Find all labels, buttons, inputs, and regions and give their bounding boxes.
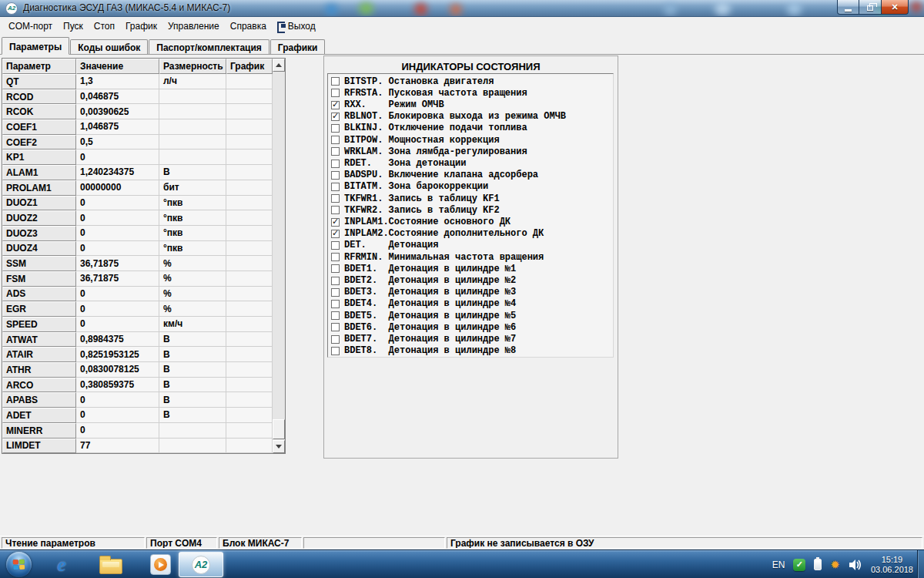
table-row[interactable]: ADET 0 В	[2, 408, 273, 423]
indicator-row[interactable]: DET. Детонация	[328, 240, 613, 251]
indicator-row[interactable]: BITATM. Зона барокоррекции	[328, 181, 613, 193]
indicator-row[interactable]: TKFWR1. Запись в таблицу KF1	[328, 193, 613, 204]
table-row[interactable]: COEF2 0,5	[2, 135, 273, 150]
checkbox[interactable]	[331, 241, 340, 250]
checkbox[interactable]	[331, 218, 340, 227]
table-row[interactable]: ATWAT 0,8984375 В	[2, 332, 273, 348]
minimize-button[interactable]	[837, 0, 859, 15]
app-icon[interactable]: A2	[5, 2, 18, 15]
taskbar-item-media-player[interactable]	[145, 553, 176, 576]
indicator-row[interactable]: BDET7. Детонация в цилиндре №7	[328, 333, 613, 344]
indicator-row[interactable]: BITSTP. Остановка двигателя	[328, 76, 613, 87]
table-row[interactable]: DUOZ2 0 °пкв	[2, 210, 273, 226]
table-row[interactable]: PROLAM1 00000000 бит	[2, 180, 273, 196]
taskbar-item-a2-app-active[interactable]: A2	[179, 552, 223, 577]
network-alert-icon[interactable]: ✹	[830, 559, 840, 570]
indicator-row[interactable]: BADSPU. Включение клапана адсорбера	[328, 170, 613, 181]
indicator-row[interactable]: WRKLAM. Зона лямбда-регулирования	[328, 146, 613, 157]
table-row[interactable]: ADS 0 %	[2, 287, 273, 302]
indicator-row[interactable]: BDET5. Детонация в цилиндре №5	[328, 310, 613, 321]
close-button[interactable]: ✕	[882, 0, 909, 15]
indicator-row[interactable]: BLKINJ. Отключение подачи топлива	[328, 123, 613, 134]
indicator-row[interactable]: RFRSTA. Пусковая частота вращения	[328, 87, 613, 99]
indicator-row[interactable]: BDET1. Детонация в цилиндре №1	[328, 263, 613, 274]
restore-button[interactable]	[859, 0, 882, 15]
grid-scrollbar[interactable]	[273, 59, 285, 453]
indicator-row[interactable]: BDET8. Детонация в цилиндре №8	[328, 345, 613, 357]
checkbox[interactable]	[331, 311, 340, 320]
table-row[interactable]: ATHR 0,0830078125 В	[2, 362, 273, 378]
table-row[interactable]: RCOK 0,00390625	[2, 104, 273, 119]
checkbox[interactable]	[331, 183, 340, 191]
start-button[interactable]	[6, 552, 32, 577]
tab[interactable]: Параметры	[2, 37, 69, 55]
menu-item[interactable]: Справка	[225, 18, 272, 34]
table-row[interactable]: SPEED 0 км/ч	[2, 317, 273, 332]
indicator-row[interactable]: RFRMIN. Минимальная частота вращения	[328, 251, 613, 263]
tab[interactable]: Графики	[270, 39, 326, 54]
table-row[interactable]: ARCO 0,380859375 В	[2, 378, 273, 393]
table-row[interactable]: SSM 36,71875 %	[2, 256, 273, 271]
column-header[interactable]: Значение	[76, 59, 159, 74]
scroll-thumb[interactable]	[273, 419, 285, 439]
indicator-row[interactable]: TKFWR2. Запись в таблицу KF2	[328, 204, 613, 216]
checkbox[interactable]	[331, 323, 340, 331]
indicator-row[interactable]: RXX. Режим ОМЧВ	[328, 99, 613, 110]
tab[interactable]: Паспорт/комплектация	[149, 39, 270, 54]
clock[interactable]: 15:19 03.06.2018	[871, 555, 913, 575]
table-row[interactable]: ALAM1 1,240234375 В	[2, 165, 273, 180]
table-row[interactable]: QT 1,3 л/ч	[2, 74, 273, 89]
tab[interactable]: Коды ошибок	[70, 39, 148, 54]
menu-item[interactable]: Стоп	[89, 18, 120, 34]
checkbox[interactable]	[331, 101, 340, 109]
checkbox[interactable]	[331, 136, 340, 144]
checkbox[interactable]	[331, 253, 340, 261]
checkbox[interactable]	[331, 147, 340, 156]
indicator-row[interactable]: INPLAM2. Состояние дополнительного ДК	[328, 228, 613, 240]
checkbox[interactable]	[331, 264, 340, 273]
table-row[interactable]: DUOZ3 0 °пкв	[2, 226, 273, 241]
indicator-row[interactable]: RDET. Зона детонации	[328, 157, 613, 169]
menu-item[interactable]: Пуск	[58, 18, 89, 34]
checkbox[interactable]	[331, 277, 340, 285]
table-row[interactable]: RCOD 0,046875	[2, 89, 273, 105]
checkbox[interactable]	[331, 124, 340, 133]
table-row[interactable]: DUOZ1 0 °пкв	[2, 196, 273, 211]
menu-item-exit[interactable]: Выход	[272, 18, 320, 34]
checkbox[interactable]	[331, 160, 340, 168]
checkbox[interactable]	[331, 89, 340, 97]
taskbar-item-internet-explorer[interactable]: e	[46, 553, 77, 576]
volume-icon[interactable]	[849, 559, 862, 571]
show-desktop-button[interactable]	[917, 550, 924, 578]
indicator-row[interactable]: BDET2. Детонация в цилиндре №2	[328, 274, 613, 286]
checkbox[interactable]	[331, 288, 340, 297]
menu-item[interactable]: COM-порт	[3, 18, 58, 34]
indicator-row[interactable]: BDET6. Детонация в цилиндре №6	[328, 321, 613, 333]
table-row[interactable]: DUOZ4 0 °пкв	[2, 241, 273, 257]
indicator-row[interactable]: RBLNOT. Блокировка выхода из режима ОМЧВ	[328, 111, 613, 123]
table-row[interactable]: ATAIR 0,8251953125 В	[2, 347, 273, 362]
health-check-icon[interactable]: ✓	[793, 559, 805, 571]
checkbox[interactable]	[331, 171, 340, 180]
menu-item[interactable]: Управление	[162, 18, 225, 34]
indicator-row[interactable]: BITPOW. Мощностная коррекция	[328, 134, 613, 146]
taskbar-item-explorer[interactable]	[95, 553, 126, 576]
table-row[interactable]: MINERR 0	[2, 423, 273, 439]
table-row[interactable]: APABS 0 В	[2, 392, 273, 408]
checkbox[interactable]	[331, 347, 340, 355]
table-row[interactable]: KP1 0	[2, 150, 273, 165]
table-row[interactable]: LIMDET 77	[2, 439, 273, 454]
indicator-row[interactable]: BDET3. Детонация в цилиндре №3	[328, 287, 613, 298]
checkbox[interactable]	[331, 113, 340, 121]
table-row[interactable]: FSM 36,71875 %	[2, 271, 273, 287]
battery-icon[interactable]	[814, 559, 822, 570]
scroll-up-button[interactable]	[273, 59, 285, 72]
checkbox[interactable]	[331, 194, 340, 203]
checkbox[interactable]	[331, 206, 340, 214]
checkbox[interactable]	[331, 230, 340, 238]
checkbox[interactable]	[331, 335, 340, 344]
checkbox[interactable]	[331, 77, 340, 86]
scroll-down-button[interactable]	[273, 440, 285, 453]
indicator-row[interactable]: BDET4. Детонация в цилиндре №4	[328, 298, 613, 310]
column-header[interactable]: График	[226, 59, 273, 74]
